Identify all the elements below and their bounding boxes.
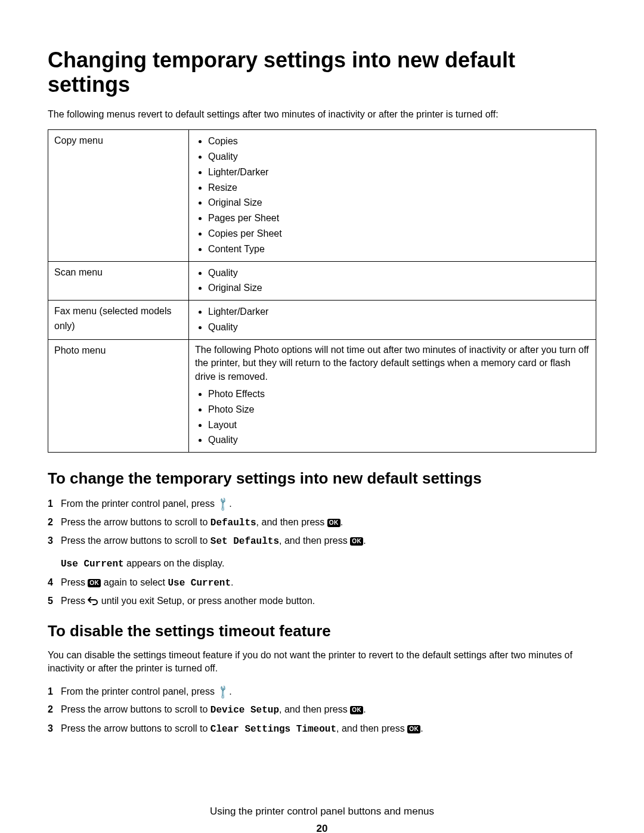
step-text: again to select [101,577,168,587]
step-item: 3 Press the arrow buttons to scroll to C… [48,721,596,738]
menu-path: Set Defaults [210,536,279,547]
step-text: From the printer control panel, press [61,498,217,509]
list-item: Layout [208,418,590,433]
step-text: . [231,577,233,587]
ok-button-icon: OK [88,579,101,587]
list-item: Original Size [208,196,590,210]
option-list: QualityOriginal Size [195,266,590,296]
page-number: 20 [48,820,596,833]
ok-button-icon: OK [350,706,363,714]
intro-paragraph: The following menus revert to default se… [48,108,596,121]
table-row: Photo menuThe following Photo options wi… [48,339,596,452]
list-item: Photo Effects [208,387,590,402]
step-substep: Use Current appears on the display. [61,556,596,572]
step-text: Press [61,577,88,587]
option-list: Lighter/DarkerQuality [195,305,590,335]
step-item: 5 Press until you exit Setup, or press a… [48,593,596,609]
table-cell-menu-name: Scan menu [48,261,189,301]
table-row: Scan menuQualityOriginal Size [48,261,596,301]
list-item: Copies per Sheet [208,227,590,241]
wrench-icon: 🔧 [213,682,233,701]
step-text: appears on the display. [124,558,225,568]
ok-button-icon: OK [327,519,340,527]
step-text: , and then press [336,723,407,733]
footer-section-title: Using the printer control panel buttons … [48,803,596,819]
step-text: . [363,535,366,546]
display-value: Use Current [168,578,231,589]
step-text: , and then press [279,704,350,714]
step-number: 3 [48,533,61,550]
menu-path: Device Setup [210,705,279,716]
step-item: 4 Press OK again to select Use Current. [48,575,596,592]
list-item: Lighter/Darker [208,165,590,180]
option-list: CopiesQualityLighter/DarkerResizeOrigina… [195,134,590,256]
back-arrow-icon [88,596,98,606]
step-item: 3 Press the arrow buttons to scroll to S… [48,533,596,550]
step-number: 2 [48,702,61,719]
section-heading-change-defaults: To change the temporary settings into ne… [48,469,596,488]
table-row: Fax menu (selected models only)Lighter/D… [48,301,596,340]
step-text: Press [61,596,88,606]
ok-button-icon: OK [350,537,363,546]
step-text: Press the arrow buttons to scroll to [61,535,210,546]
step-text: Press the arrow buttons to scroll to [61,517,210,527]
list-item: Copies [208,134,590,149]
menu-path: Clear Settings Timeout [210,724,336,735]
section-heading-disable-timeout: To disable the settings timeout feature [48,622,596,640]
table-cell-options: The following Photo options will not tim… [189,339,596,452]
step-item: 1 From the printer control panel, press … [48,496,596,512]
table-cell-menu-name: Photo menu [48,339,189,452]
step-number: 1 [48,496,61,512]
list-item: Original Size [208,281,590,296]
document-page: Changing temporary settings into new def… [0,0,644,833]
step-text: . [420,723,423,733]
step-text: , and then press [279,535,350,546]
steps-change-defaults-cont: 4 Press OK again to select Use Current. … [48,575,596,609]
disable-intro-paragraph: You can disable the settings timeout fea… [48,649,596,676]
list-item: Quality [208,320,590,335]
list-item: Quality [208,433,590,448]
list-item: Quality [208,266,590,281]
list-item: Pages per Sheet [208,211,590,226]
table-cell-options: QualityOriginal Size [189,261,596,301]
page-footer: Using the printer control panel buttons … [48,803,596,833]
option-list: Photo EffectsPhoto SizeLayoutQuality [195,387,590,448]
menu-revert-table: Copy menuCopiesQualityLighter/DarkerResi… [48,129,596,453]
step-text: From the printer control panel, press [61,686,217,696]
step-item: 2 Press the arrow buttons to scroll to D… [48,515,596,531]
step-number: 1 [48,684,61,700]
step-number: 5 [48,593,61,609]
list-item: Quality [208,150,590,165]
step-item: 2 Press the arrow buttons to scroll to D… [48,702,596,719]
steps-disable-timeout: 1 From the printer control panel, press … [48,684,596,738]
table-row: Copy menuCopiesQualityLighter/DarkerResi… [48,130,596,261]
page-title: Changing temporary settings into new def… [48,48,596,97]
step-item: 1 From the printer control panel, press … [48,684,596,700]
step-text: Press the arrow buttons to scroll to [61,723,210,733]
step-text: . [340,517,343,527]
list-item: Content Type [208,242,590,257]
list-item: Resize [208,181,590,196]
menu-path: Defaults [210,518,256,528]
step-text: until you exit Setup, or press another m… [98,596,315,606]
wrench-icon: 🔧 [213,495,233,514]
step-number: 3 [48,721,61,738]
ok-button-icon: OK [407,725,420,733]
list-item: Lighter/Darker [208,305,590,320]
photo-note: The following Photo options will not tim… [195,343,590,383]
table-cell-menu-name: Copy menu [48,130,189,261]
steps-change-defaults: 1 From the printer control panel, press … [48,496,596,550]
table-cell-options: Lighter/DarkerQuality [189,301,596,340]
table-cell-options: CopiesQualityLighter/DarkerResizeOrigina… [189,130,596,261]
list-item: Photo Size [208,402,590,417]
step-text: Press the arrow buttons to scroll to [61,704,210,714]
step-text: , and then press [256,517,327,527]
step-text: . [363,704,366,714]
table-cell-menu-name: Fax menu (selected models only) [48,301,189,340]
step-number: 4 [48,575,61,592]
step-number: 2 [48,515,61,531]
display-value: Use Current [61,559,124,569]
